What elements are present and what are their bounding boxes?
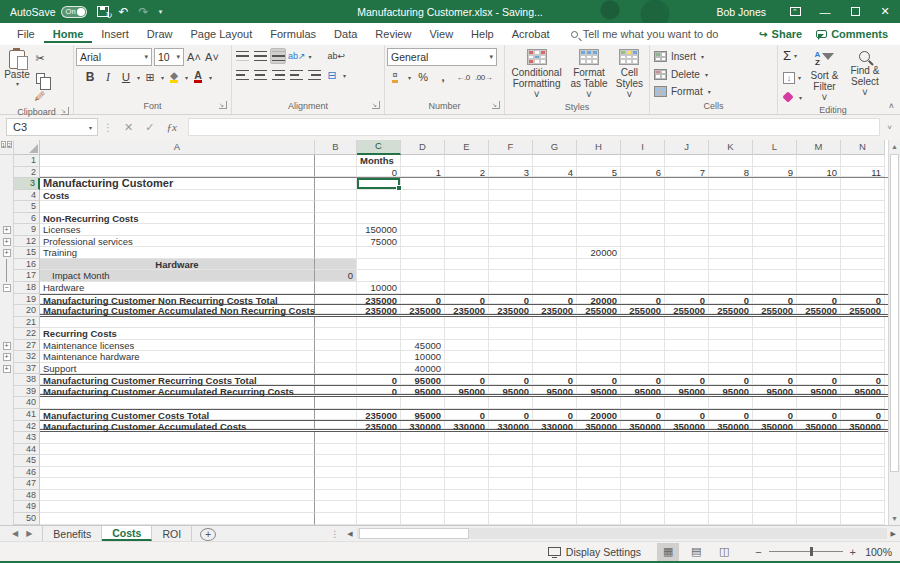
cell-H49[interactable] xyxy=(577,501,621,513)
cell-G37[interactable] xyxy=(533,363,577,375)
cell-E17[interactable] xyxy=(445,270,489,282)
cell-F32[interactable] xyxy=(489,351,533,363)
cell-G9[interactable] xyxy=(533,224,577,236)
cell-H18[interactable] xyxy=(577,282,621,294)
cell-J42[interactable]: 350000 xyxy=(665,421,709,430)
cell-I16[interactable] xyxy=(621,259,665,271)
cell-B38[interactable] xyxy=(315,375,357,385)
column-header-J[interactable]: J xyxy=(665,140,709,155)
cell-I17[interactable] xyxy=(621,270,665,282)
row-header-48[interactable]: 48 xyxy=(14,490,40,502)
cell-H38[interactable]: 0 xyxy=(577,375,621,385)
cell-D17[interactable] xyxy=(401,270,445,282)
row-header-9[interactable]: 9 xyxy=(14,224,40,236)
cell-L12[interactable] xyxy=(753,236,797,248)
cell-C39[interactable]: 0 xyxy=(357,386,401,395)
cell-J45[interactable] xyxy=(665,455,709,467)
cell-B37[interactable] xyxy=(315,363,357,375)
cell-H47[interactable] xyxy=(577,478,621,490)
cell-N42[interactable]: 350000 xyxy=(841,421,885,430)
cell-B27[interactable] xyxy=(315,340,357,352)
cell-K6[interactable] xyxy=(709,213,753,225)
paste-button[interactable]: Paste▾ xyxy=(2,48,32,106)
cell-M32[interactable] xyxy=(797,351,841,363)
cell-I48[interactable] xyxy=(621,490,665,502)
cell-B49[interactable] xyxy=(315,501,357,513)
top-align-icon[interactable] xyxy=(234,48,250,64)
clipboard-dialog-launcher[interactable] xyxy=(61,107,69,115)
column-header-B[interactable]: B xyxy=(315,140,357,155)
cell-G15[interactable] xyxy=(533,247,577,259)
cell-F38[interactable]: 0 xyxy=(489,375,533,385)
cell-B18[interactable] xyxy=(315,282,357,294)
cell-I1[interactable] xyxy=(621,155,665,167)
row-header-1[interactable]: 1 xyxy=(14,155,40,167)
cell-N17[interactable] xyxy=(841,270,885,282)
cell-G41[interactable]: 0 xyxy=(533,410,577,420)
cell-F37[interactable] xyxy=(489,363,533,375)
cell-I18[interactable] xyxy=(621,282,665,294)
cell-J4[interactable] xyxy=(665,190,709,202)
sheet-tab-benefits[interactable]: Benefits xyxy=(42,526,102,541)
tab-view[interactable]: View xyxy=(420,25,462,43)
cell-L27[interactable] xyxy=(753,340,797,352)
cell-B2[interactable] xyxy=(315,167,357,178)
cell-E47[interactable] xyxy=(445,478,489,490)
row-header-37[interactable]: 37 xyxy=(14,363,40,375)
cell-E44[interactable] xyxy=(445,444,489,456)
cell-D44[interactable] xyxy=(401,444,445,456)
cell-C18[interactable]: 10000 xyxy=(357,282,401,294)
cell-C20[interactable]: 235000 xyxy=(357,305,401,314)
formula-input[interactable] xyxy=(188,118,881,136)
cell-M27[interactable] xyxy=(797,340,841,352)
column-header-C[interactable]: C xyxy=(357,140,401,155)
cell-H37[interactable] xyxy=(577,363,621,375)
cell-B4[interactable] xyxy=(315,190,357,202)
cell-C5[interactable] xyxy=(357,201,401,213)
cell-H20[interactable]: 255000 xyxy=(577,305,621,314)
cell-N44[interactable] xyxy=(841,444,885,456)
sheet-nav-right-icon[interactable]: ▶ xyxy=(26,529,32,538)
cell-C41[interactable]: 235000 xyxy=(357,410,401,420)
cell-D16[interactable] xyxy=(401,259,445,271)
cell-H46[interactable] xyxy=(577,467,621,479)
cell-C16[interactable] xyxy=(357,259,401,271)
cell-N20[interactable]: 255000 xyxy=(841,305,885,314)
fill-button[interactable]: ↓▾ xyxy=(783,72,802,84)
row-header-45[interactable]: 45 xyxy=(14,455,40,467)
cell-K9[interactable] xyxy=(709,224,753,236)
cell-E18[interactable] xyxy=(445,282,489,294)
cell-N4[interactable] xyxy=(841,190,885,202)
tab-home[interactable]: Home xyxy=(44,25,93,43)
cell-G32[interactable] xyxy=(533,351,577,363)
cell-D42[interactable]: 330000 xyxy=(401,421,445,430)
row-header-46[interactable]: 46 xyxy=(14,467,40,479)
cell-C3[interactable] xyxy=(357,178,401,190)
row-header-43[interactable]: 43 xyxy=(14,432,40,444)
cell-C17[interactable] xyxy=(357,270,401,282)
comments-button[interactable]: Comments xyxy=(816,28,888,40)
cell-I37[interactable] xyxy=(621,363,665,375)
cell-J44[interactable] xyxy=(665,444,709,456)
cell-K15[interactable] xyxy=(709,247,753,259)
cell-C37[interactable] xyxy=(357,363,401,375)
cell-G45[interactable] xyxy=(533,455,577,467)
borders-icon[interactable]: ⊞ xyxy=(142,69,158,85)
cell-I39[interactable]: 95000 xyxy=(621,386,665,395)
cell-C42[interactable]: 235000 xyxy=(357,421,401,430)
cell-F19[interactable]: 0 xyxy=(489,295,533,305)
cell-H4[interactable] xyxy=(577,190,621,202)
cell-L22[interactable] xyxy=(753,328,797,340)
cell-B45[interactable] xyxy=(315,455,357,467)
cell-G17[interactable] xyxy=(533,270,577,282)
cell-M20[interactable]: 255000 xyxy=(797,305,841,314)
cell-E38[interactable]: 0 xyxy=(445,375,489,385)
vertical-scroll-thumb[interactable] xyxy=(890,154,899,472)
cell-B16[interactable] xyxy=(315,259,357,271)
cell-N41[interactable]: 0 xyxy=(841,410,885,420)
cell-B1[interactable] xyxy=(315,155,357,167)
cell-I42[interactable]: 350000 xyxy=(621,421,665,430)
cell-J22[interactable] xyxy=(665,328,709,340)
cell-D20[interactable]: 235000 xyxy=(401,305,445,314)
row-header-12[interactable]: 12 xyxy=(14,236,40,248)
